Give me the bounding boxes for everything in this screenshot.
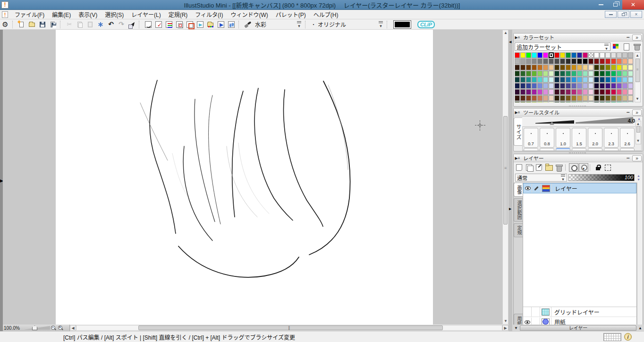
size-preset-1.0[interactable]: 1.0 bbox=[556, 128, 570, 148]
color-swatch[interactable] bbox=[594, 71, 599, 76]
palette-add-icon[interactable] bbox=[611, 42, 621, 51]
color-swatch[interactable] bbox=[537, 71, 542, 76]
color-swatch[interactable] bbox=[605, 95, 610, 101]
color-swatch[interactable] bbox=[611, 83, 616, 89]
color-swatch[interactable] bbox=[628, 95, 633, 101]
color-swatch[interactable] bbox=[622, 77, 627, 83]
grid-status-icon[interactable] bbox=[603, 333, 621, 341]
color-swatch[interactable] bbox=[526, 89, 531, 95]
color-swatch[interactable] bbox=[554, 101, 559, 102]
dock-tab-layers[interactable]: レイヤー bbox=[520, 325, 636, 331]
color-swatch[interactable] bbox=[617, 95, 622, 101]
color-swatch[interactable] bbox=[537, 89, 542, 95]
color-swatch[interactable] bbox=[566, 71, 571, 76]
preset-scrollbar[interactable]: ▲ ▼ bbox=[636, 121, 641, 144]
preset-scroll-thumb[interactable] bbox=[636, 126, 640, 133]
pen-settings-button[interactable] bbox=[127, 20, 137, 29]
palette-scrollbar[interactable]: ▲ ▼ bbox=[635, 52, 641, 102]
color-swatch[interactable] bbox=[560, 65, 565, 70]
color-swatch[interactable] bbox=[532, 65, 537, 70]
navigator-palette-button[interactable] bbox=[174, 20, 185, 29]
color-swatch[interactable] bbox=[605, 52, 610, 58]
scroll-down-icon[interactable]: ▼ bbox=[635, 96, 640, 102]
color-swatch[interactable] bbox=[515, 95, 520, 101]
color-swatch[interactable] bbox=[526, 83, 531, 89]
layer-row-grid[interactable]: グリッドレイヤー bbox=[523, 307, 636, 317]
color-swatch[interactable] bbox=[611, 89, 616, 95]
color-swatch[interactable] bbox=[554, 77, 559, 83]
color-swatch[interactable] bbox=[583, 65, 588, 70]
color-swatch[interactable] bbox=[628, 89, 633, 95]
color-swatch[interactable] bbox=[600, 65, 605, 70]
color-swatch[interactable] bbox=[588, 71, 593, 76]
copy-button[interactable] bbox=[75, 20, 85, 29]
color-swatch[interactable] bbox=[583, 58, 588, 64]
size-preset-2.0[interactable]: 2.0 bbox=[588, 128, 602, 148]
color-swatch[interactable] bbox=[560, 58, 565, 64]
color-swatch[interactable] bbox=[566, 95, 571, 101]
size-preset-0.8[interactable]: 0.8 bbox=[540, 128, 554, 148]
color-swatch[interactable] bbox=[577, 71, 582, 76]
zoom-in-button[interactable]: + bbox=[57, 325, 64, 331]
size-preset-0.7[interactable]: 0.7 bbox=[524, 128, 538, 148]
dock-collapse-down-icon[interactable]: ▼ bbox=[512, 326, 520, 330]
color-swatch[interactable] bbox=[605, 83, 610, 89]
size-preset-row2[interactable] bbox=[588, 148, 602, 151]
color-swatch[interactable] bbox=[577, 83, 582, 89]
color-swatch[interactable] bbox=[588, 77, 593, 83]
color-swatch[interactable] bbox=[543, 52, 548, 58]
color-swatch[interactable] bbox=[588, 83, 593, 89]
color-swatch[interactable] bbox=[583, 52, 588, 58]
color-swatch[interactable] bbox=[571, 95, 576, 101]
color-swatch[interactable] bbox=[611, 65, 616, 70]
color-swatch[interactable] bbox=[617, 58, 622, 64]
color-swatch[interactable] bbox=[571, 71, 576, 76]
menu-item-0[interactable]: ファイル(F) bbox=[11, 9, 48, 19]
color-swatch[interactable] bbox=[594, 77, 599, 83]
color-swatch[interactable] bbox=[515, 83, 520, 89]
horizontal-scroll-thumb[interactable] bbox=[138, 325, 443, 330]
zoom-slider-thumb[interactable] bbox=[32, 325, 37, 330]
color-swatch[interactable] bbox=[622, 101, 627, 102]
color-swatch[interactable] bbox=[577, 65, 582, 70]
tool-options-palette-button[interactable] bbox=[153, 20, 164, 29]
color-swatch[interactable] bbox=[549, 65, 554, 70]
color-swatch[interactable] bbox=[543, 101, 548, 102]
color-swatch[interactable] bbox=[515, 52, 520, 58]
scroll-down-icon[interactable]: ▼ bbox=[503, 318, 508, 324]
selection-frame-icon[interactable] bbox=[603, 163, 613, 172]
opacity-spinner[interactable]: ▲▼ bbox=[636, 174, 641, 182]
color-swatch[interactable] bbox=[515, 101, 520, 102]
color-swatch[interactable] bbox=[600, 89, 605, 95]
color-swatch[interactable] bbox=[594, 95, 599, 101]
color-swatch[interactable] bbox=[617, 71, 622, 76]
color-swatch[interactable] bbox=[594, 58, 599, 64]
color-swatch[interactable] bbox=[537, 83, 542, 89]
color-swatch[interactable] bbox=[622, 71, 627, 76]
color-swatch[interactable] bbox=[549, 77, 554, 83]
cut-button[interactable]: ✂ bbox=[64, 20, 75, 29]
color-palette-grid[interactable] bbox=[515, 52, 634, 102]
color-swatch[interactable] bbox=[611, 95, 616, 101]
color-swatch[interactable] bbox=[577, 58, 582, 64]
color-swatch[interactable] bbox=[571, 101, 576, 102]
open-button[interactable] bbox=[27, 20, 37, 29]
color-swatch[interactable] bbox=[543, 58, 548, 64]
color-swatch[interactable] bbox=[560, 89, 565, 95]
color-swatch[interactable] bbox=[560, 71, 565, 76]
color-swatch[interactable] bbox=[515, 89, 520, 95]
color-swatch[interactable] bbox=[588, 95, 593, 101]
scroll-right-icon[interactable]: ▶ bbox=[502, 325, 508, 331]
sync-palette-button[interactable] bbox=[226, 20, 237, 29]
color-swatch[interactable] bbox=[622, 65, 627, 70]
size-preset-row2[interactable] bbox=[572, 148, 586, 151]
color-swatch[interactable] bbox=[520, 65, 525, 70]
color-swatch[interactable] bbox=[532, 101, 537, 102]
color-swatch[interactable] bbox=[520, 58, 525, 64]
color-swatch[interactable] bbox=[605, 71, 610, 76]
color-swatch[interactable] bbox=[549, 83, 554, 89]
color-swatch[interactable] bbox=[554, 95, 559, 101]
color-swatch[interactable] bbox=[526, 77, 531, 83]
color-swatch[interactable] bbox=[526, 58, 531, 64]
tool-curve-palette-button[interactable] bbox=[143, 20, 153, 29]
